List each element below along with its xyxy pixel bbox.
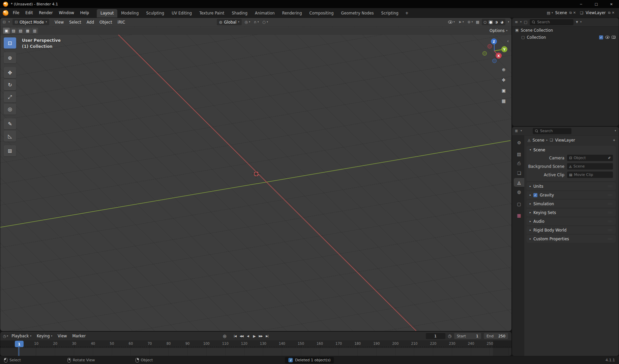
property-field-background-scene[interactable]: ◬Scene [567,163,613,170]
new-viewlayer-icon[interactable]: ⧉ [608,11,610,14]
gizmo-axis-y-neg[interactable] [482,51,487,56]
tool-add-cube[interactable]: ⊞ [4,145,16,156]
browse-scene-icon[interactable]: ▤ [547,11,550,15]
mode-dropdown[interactable]: ⊡ Object Mode ▾ [12,19,49,25]
tool-scale[interactable]: ⤢ [4,91,16,102]
snap-toggle[interactable]: ∩ ▾ [253,20,260,24]
minimize-button[interactable]: − [573,0,589,8]
workspace-tab-compositing[interactable]: Compositing [305,9,337,18]
properties-tab-world[interactable]: ◍ [514,187,524,196]
panel-gravity[interactable]: ▸✓Gravity∷∷ [527,191,616,199]
panel-audio[interactable]: ▸Audio∷∷ [527,217,616,225]
region-collapse-icon[interactable]: ‹ [507,38,509,43]
property-field-camera[interactable]: ⊡Object✐ [567,155,613,161]
tool-transform[interactable]: ◎ [4,103,16,115]
frame-end-field[interactable]: End 250 [484,333,508,339]
properties-tab-tool[interactable]: ⚙ [514,138,524,147]
menu-file[interactable]: File [10,8,22,18]
eyedropper-icon[interactable]: ✐ [608,156,611,160]
add-workspace-button[interactable]: + [402,9,412,18]
chevron-down-icon[interactable]: ▾ [615,130,616,132]
viewport-menu-iric[interactable]: iRIC [115,20,128,25]
shading-material-icon[interactable]: ◑ [494,20,499,24]
viewport-menu-add[interactable]: Add [84,20,97,25]
timeline-menu-keying[interactable]: Keying▾ [34,334,55,338]
toggle-ortho-icon[interactable]: ▦ [500,97,507,104]
current-frame-field[interactable]: 1 [426,333,445,339]
proportional-edit-toggle[interactable]: ○ ▾ [262,20,269,24]
chevron-down-icon[interactable]: ▾ [521,130,522,132]
menu-render[interactable]: Render [36,8,56,18]
panel-simulation[interactable]: ▸Simulation∷∷ [527,200,616,208]
tool-select-box[interactable]: ⊡ [4,37,16,49]
properties-tab-scene[interactable]: ◬ [514,178,524,187]
tool-move[interactable]: ✥ [4,67,16,78]
panel-units[interactable]: ▸Units∷∷ [527,182,616,190]
viewport-menu-object[interactable]: Object [97,20,115,25]
xray-toggle-icon[interactable]: ▩ [476,20,479,24]
auto-keying-icon[interactable]: ◎ [223,334,226,338]
tool-rotate[interactable]: ↻ [4,79,16,90]
viewport-3d[interactable]: User Perspective (1) Collection Z Y X ⊕✥… [0,18,511,331]
camera-view-icon[interactable]: ▣ [500,87,507,94]
chevron-down-icon[interactable]: ▾ [520,21,522,23]
outliner-search-input[interactable]: Search [530,19,573,25]
visibility-dropdown[interactable]: ▾ [447,21,455,24]
workspace-tab-texture-paint[interactable]: Texture Paint [196,9,228,18]
filter-object-icon[interactable]: ▢ [524,20,527,24]
workspace-tab-shading[interactable]: Shading [228,9,251,18]
close-button[interactable]: ✕ [604,0,619,8]
gizmo-axis-z[interactable]: Z [491,38,497,44]
workspace-tab-uv-editing[interactable]: UV Editing [168,9,196,18]
breadcrumb-scene[interactable]: Scene [532,138,544,143]
shading-rendered-icon[interactable]: ◕ [500,20,504,24]
play-reverse-button[interactable]: ◀ [244,333,251,339]
select-mode-1-icon[interactable]: ▣ [3,28,10,34]
chevron-down-icon[interactable]: ▾ [508,21,509,23]
editor-type-icon[interactable]: ≣ [515,129,518,133]
panel-rigid-body-world[interactable]: ▸Rigid Body World∷∷ [527,226,616,234]
tool-cursor[interactable]: ⊕ [4,52,16,63]
chevron-down-icon[interactable]: ▾ [552,12,553,14]
breadcrumb-viewlayer[interactable]: ViewLayer [555,138,575,143]
shading-wireframe-icon[interactable]: ○ [483,20,488,24]
frame-start-field[interactable]: Start 1 [454,333,481,339]
chevron-down-icon[interactable]: ▾ [580,21,582,23]
workspace-tab-modeling[interactable]: Modeling [117,9,142,18]
timeline-track[interactable] [0,348,511,356]
viewlayer-icon[interactable]: ❏ [580,11,583,15]
workspace-tab-animation[interactable]: Animation [251,9,278,18]
gizmo-axis-x-neg[interactable] [488,44,492,49]
workspace-tab-layout[interactable]: Layout [97,9,117,18]
transform-orientation-dropdown[interactable]: ◍ Global ▾ [217,19,242,25]
options-dropdown[interactable]: Options ▾ [490,28,509,33]
chevron-down-icon[interactable]: ▾ [8,21,10,23]
menu-edit[interactable]: Edit [22,8,36,18]
select-mode-4-icon[interactable]: ▦ [24,28,31,34]
gravity-checkbox[interactable]: ✓ [533,193,537,197]
timeline-menu-marker[interactable]: Marker [69,334,88,338]
tool-annotate[interactable]: ✎ [4,118,16,129]
properties-search-input[interactable]: Search [533,128,571,134]
properties-tab-texture[interactable]: ▦ [514,211,524,220]
pan-icon[interactable]: ✥ [500,77,507,83]
workspace-tab-sculpting[interactable]: Sculpting [142,9,168,18]
timeline-ruler[interactable]: 1102030405060708090100110120130140150160… [0,340,511,348]
maximize-button[interactable]: □ [589,0,604,8]
shading-solid-icon[interactable]: ● [489,20,493,24]
unlink-scene-icon[interactable]: ✕ [573,11,576,14]
new-scene-icon[interactable]: ⧉ [569,11,572,14]
pin-icon[interactable]: ⌖ [613,138,615,143]
properties-tab-view-layer[interactable]: ❏ [514,169,524,177]
zoom-icon[interactable]: ⊕ [500,66,507,73]
prev-keyframe-button[interactable]: ◀◀ [238,333,244,339]
select-mode-3-icon[interactable]: ▧ [17,28,24,34]
jump-to-start-button[interactable]: |◀ [232,333,238,339]
filter-funnel-icon[interactable]: ▼ [576,21,578,24]
hide-viewport-eye-icon[interactable] [605,36,610,39]
timeline-menu-playback[interactable]: Playback▾ [9,334,34,338]
editor-type-icon[interactable]: ◷ [3,334,6,338]
outliner-row-collection[interactable]: ▢ Collection ✓ [512,34,619,41]
tool-measure[interactable]: ◺ [4,130,16,142]
remove-viewlayer-icon[interactable]: ✕ [612,11,615,14]
